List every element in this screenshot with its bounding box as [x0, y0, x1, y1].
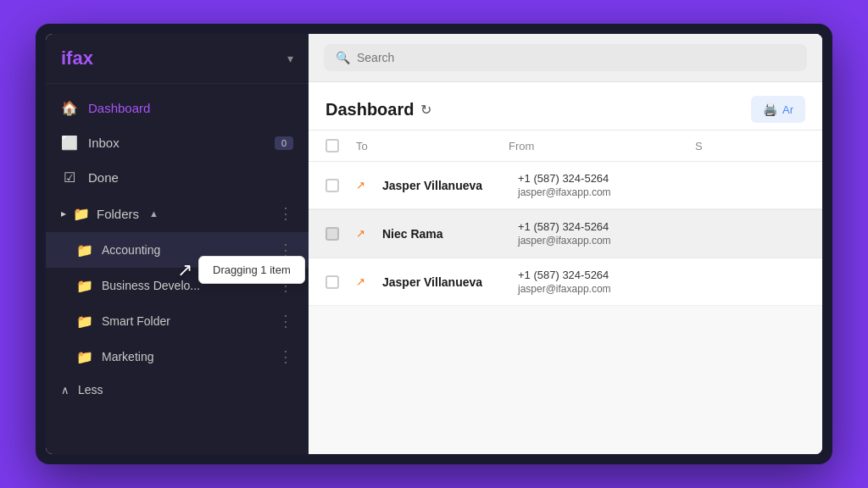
col-status-header: S	[695, 140, 805, 152]
folder-item-smart[interactable]: 📁 Smart Folder ⋮	[46, 303, 309, 339]
inbox-icon: ⬜	[61, 135, 78, 151]
row-3-from-info: +1 (587) 324-5264 jasper@ifaxapp.com	[518, 269, 611, 295]
row-2-arrow-icon: ↗	[356, 227, 365, 240]
laptop-frame: ifax ▾ 🏠 Dashboard ⬜ Inbox 0 ☑	[36, 24, 832, 464]
dashboard-header: Dashboard ↻ 🖨️ Ar	[309, 82, 822, 130]
folder-main-icon: 📁	[73, 206, 90, 222]
chevron-right-icon: ▸	[61, 208, 66, 219]
sidebar-header: ifax ▾	[46, 34, 309, 84]
sidebar-item-done[interactable]: ☑ Done	[46, 160, 309, 195]
row-3-email: jasper@ifaxapp.com	[518, 283, 611, 295]
search-input[interactable]	[357, 51, 795, 64]
sidebar-item-dashboard[interactable]: 🏠 Dashboard	[46, 91, 309, 125]
folders-header[interactable]: ▸ 📁 Folders ▲ ⋮	[46, 195, 309, 232]
drag-cursor: ↗	[177, 259, 192, 281]
row-2-checkbox[interactable]	[326, 227, 339, 241]
row-2-from-info: +1 (587) 324-5264 jasper@ifaxapp.com	[518, 220, 611, 247]
action-btn-label: Ar	[782, 103, 793, 116]
folder-smart-icon: 📁	[76, 313, 93, 330]
folder-marketing-more-icon[interactable]: ⋮	[278, 347, 293, 366]
printer-icon: 🖨️	[763, 103, 777, 116]
folders-more-icon[interactable]: ⋮	[278, 204, 293, 223]
logo: ifax	[61, 47, 93, 69]
folder-smart-more-icon[interactable]: ⋮	[278, 312, 293, 330]
sidebar-item-inbox-label: Inbox	[88, 136, 120, 150]
logo-text-accent: x	[83, 47, 93, 69]
table-row[interactable]: ↗ Jasper Villanueva +1 (587) 324-5264 ja…	[309, 162, 822, 209]
row-2-name: Niec Rama	[382, 227, 501, 241]
table-body: ↗ Jasper Villanueva +1 (587) 324-5264 ja…	[309, 162, 822, 454]
row-3-checkbox[interactable]	[326, 275, 339, 289]
sidebar-item-dashboard-label: Dashboard	[88, 101, 150, 115]
folder-item-accounting[interactable]: 📁 Accounting ⋮ ↗ Dragging 1 item	[46, 232, 309, 268]
folder-marketing-icon: 📁	[76, 349, 93, 365]
done-icon: ☑	[61, 169, 78, 186]
row-3-arrow-icon: ↗	[356, 275, 365, 288]
col-to-header: To	[356, 140, 492, 152]
row-3-name: Jasper Villanueva	[382, 275, 501, 289]
sidebar-less-item[interactable]: ∧ Less	[46, 374, 309, 405]
search-bar: 🔍	[309, 34, 822, 82]
drag-tooltip: Dragging 1 item	[198, 256, 305, 284]
sidebar-nav: 🏠 Dashboard ⬜ Inbox 0 ☑ Done ▸ 📁	[46, 84, 309, 454]
folder-accounting-label: Accounting	[102, 243, 160, 257]
col-from-header: From	[509, 140, 678, 152]
sidebar-item-done-label: Done	[88, 170, 119, 185]
refresh-icon[interactable]: ↻	[420, 102, 431, 118]
action-button[interactable]: 🖨️ Ar	[751, 96, 805, 123]
table-row[interactable]: ↗ Niec Rama +1 (587) 324-5264 jasper@ifa…	[309, 210, 822, 258]
dashboard-title: Dashboard	[326, 100, 414, 119]
folder-accounting-icon: 📁	[76, 242, 93, 258]
folder-item-marketing[interactable]: 📁 Marketing ⋮	[46, 339, 309, 374]
row-1-email: jasper@ifaxapp.com	[518, 186, 611, 198]
folders-label: Folders	[97, 207, 139, 221]
screen: ifax ▾ 🏠 Dashboard ⬜ Inbox 0 ☑	[46, 34, 822, 454]
sidebar-item-inbox[interactable]: ⬜ Inbox 0	[46, 125, 309, 160]
drag-tooltip-text: Dragging 1 item	[213, 263, 291, 276]
search-icon: 🔍	[336, 51, 350, 64]
home-icon: 🏠	[61, 100, 78, 116]
row-2-email: jasper@ifaxapp.com	[518, 235, 611, 247]
search-input-wrap[interactable]: 🔍	[324, 44, 807, 71]
logo-text-main: ifa	[61, 47, 83, 69]
row-1-phone: +1 (587) 324-5264	[518, 172, 611, 185]
table-row[interactable]: ↗ Jasper Villanueva +1 (587) 324-5264 ja…	[309, 258, 822, 306]
row-1-arrow-icon: ↗	[356, 179, 365, 191]
folder-smart-label: Smart Folder	[102, 314, 170, 328]
main-content: 🔍 Dashboard ↻ 🖨️ Ar To From	[309, 34, 822, 454]
row-3-phone: +1 (587) 324-5264	[518, 269, 611, 281]
inbox-badge: 0	[275, 136, 293, 150]
row-1-from-info: +1 (587) 324-5264 jasper@ifaxapp.com	[518, 172, 611, 198]
folder-business-icon: 📁	[76, 278, 93, 294]
drive-icon: ▲	[149, 208, 159, 219]
less-chevron-icon: ∧	[61, 384, 70, 396]
row-1-name: Jasper Villanueva	[382, 179, 501, 192]
folder-marketing-label: Marketing	[102, 350, 153, 363]
logo-chevron-icon[interactable]: ▾	[287, 52, 293, 65]
row-2-phone: +1 (587) 324-5264	[518, 220, 611, 233]
table-header: To From S	[309, 130, 822, 162]
row-1-checkbox[interactable]	[326, 179, 339, 192]
select-all-checkbox[interactable]	[326, 139, 339, 152]
sidebar: ifax ▾ 🏠 Dashboard ⬜ Inbox 0 ☑	[46, 34, 309, 454]
less-label: Less	[78, 383, 103, 396]
